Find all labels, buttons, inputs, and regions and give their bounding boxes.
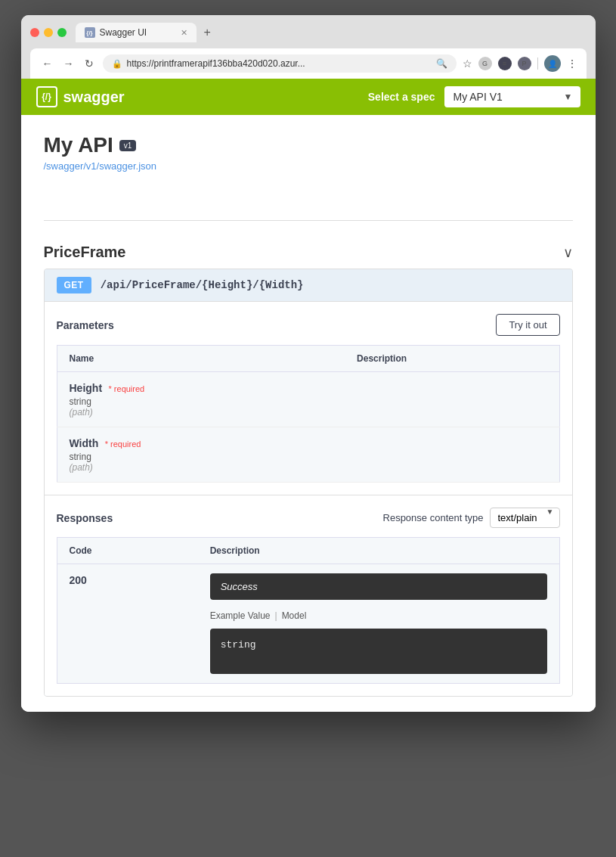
address-actions: ☆ G ≡ P 👤 ⋮ bbox=[463, 55, 577, 72]
divider bbox=[537, 57, 538, 70]
url-bar[interactable]: 🔒 https://printframerapif136bba420d020.a… bbox=[103, 54, 457, 73]
responses-section: Responses Response content type text/pla… bbox=[45, 495, 572, 696]
api-spec-link[interactable]: /swagger/v1/swagger.json bbox=[44, 160, 573, 172]
swagger-logo: {/} swagger bbox=[36, 86, 125, 107]
profile-button[interactable]: 👤 bbox=[544, 55, 561, 72]
response-description-block: Success bbox=[210, 573, 547, 600]
extension-icon-2[interactable]: ≡ bbox=[498, 57, 512, 70]
api-version-badge: v1 bbox=[119, 140, 137, 151]
browser-tabs: {/} Swagger UI ✕ + bbox=[76, 23, 587, 42]
priceframe-title: PriceFrame bbox=[44, 244, 126, 261]
spec-dropdown[interactable]: My API V1 bbox=[444, 86, 580, 107]
params-section: Parameters Try it out Name Description bbox=[45, 302, 572, 495]
new-tab-button[interactable]: + bbox=[198, 23, 217, 42]
try-it-out-button[interactable]: Try it out bbox=[496, 314, 559, 336]
param-width-type: string bbox=[70, 452, 333, 462]
forward-button[interactable]: → bbox=[60, 54, 77, 73]
traffic-lights bbox=[30, 28, 67, 37]
example-code-block: string bbox=[210, 629, 547, 674]
browser-window: {/} Swagger UI ✕ + ← → ↻ 🔒 https://print… bbox=[21, 15, 596, 712]
spacer bbox=[21, 190, 596, 220]
param-height-type: string bbox=[70, 396, 333, 407]
url-text: https://printframerapif136bba420d020.azu… bbox=[127, 58, 432, 69]
responses-table: Code Description 200 bbox=[57, 537, 560, 684]
browser-titlebar: {/} Swagger UI ✕ + ← → ↻ 🔒 https://print… bbox=[21, 15, 596, 79]
param-height-location: (path) bbox=[70, 407, 333, 418]
endpoint-path: /api/PriceFrame/{Height}/{Width} bbox=[101, 279, 304, 291]
endpoint-header[interactable]: GET /api/PriceFrame/{Height}/{Width} bbox=[45, 269, 572, 302]
tab-separator: | bbox=[275, 610, 277, 621]
method-badge: GET bbox=[57, 277, 91, 293]
refresh-button[interactable]: ↻ bbox=[82, 54, 97, 73]
tab-label: Swagger UI bbox=[100, 27, 147, 38]
lock-icon: 🔒 bbox=[112, 59, 122, 69]
response-code-200: 200 bbox=[70, 574, 87, 586]
collapse-icon[interactable]: ∨ bbox=[563, 244, 573, 261]
param-width-required: * required bbox=[105, 439, 141, 449]
maximize-window-button[interactable] bbox=[57, 28, 67, 37]
param-height-required: * required bbox=[109, 384, 145, 393]
menu-button[interactable]: ⋮ bbox=[567, 57, 577, 70]
api-info: My API v1 /swagger/v1/swagger.json bbox=[21, 115, 596, 190]
response-description-text: Success bbox=[221, 581, 258, 592]
example-value-text: string bbox=[221, 639, 256, 651]
nav-buttons: ← → ↻ bbox=[39, 54, 97, 73]
params-col-description: Description bbox=[345, 346, 559, 372]
model-tab[interactable]: Model bbox=[282, 609, 307, 623]
swagger-logo-text: swagger bbox=[63, 88, 125, 106]
params-header: Parameters Try it out bbox=[57, 314, 560, 336]
swagger-header: {/} swagger Select a spec My API V1 ▼ bbox=[21, 79, 596, 115]
params-col-name: Name bbox=[57, 346, 345, 372]
search-icon: 🔍 bbox=[436, 58, 447, 69]
api-title: My API v1 bbox=[44, 133, 573, 157]
param-width-location: (path) bbox=[70, 462, 333, 473]
example-value-tabs: Example Value | Model bbox=[210, 609, 547, 623]
active-tab[interactable]: {/} Swagger UI ✕ bbox=[76, 23, 197, 42]
spec-selector: Select a spec My API V1 ▼ bbox=[368, 86, 580, 107]
priceframe-header[interactable]: PriceFrame ∨ bbox=[44, 236, 573, 269]
example-value-tab[interactable]: Example Value bbox=[210, 609, 271, 623]
content-type-label: Response content type bbox=[383, 512, 484, 523]
param-height-name: Height bbox=[70, 382, 103, 394]
response-row-200: 200 Success Example Value | M bbox=[57, 564, 559, 684]
extension-icon-3[interactable]: P bbox=[518, 57, 531, 70]
browser-controls: {/} Swagger UI ✕ + bbox=[30, 23, 587, 42]
table-row: Height * required string (path) bbox=[57, 372, 559, 427]
params-title: Parameters bbox=[57, 319, 114, 331]
back-button[interactable]: ← bbox=[39, 54, 56, 73]
table-row: Width * required string (path) bbox=[57, 427, 559, 483]
content-type-select-wrapper: text/plain ▼ bbox=[490, 508, 560, 528]
bookmark-icon[interactable]: ☆ bbox=[463, 57, 472, 70]
swagger-logo-icon: {/} bbox=[36, 86, 57, 107]
content-type-wrapper: Response content type text/plain ▼ bbox=[383, 508, 560, 528]
description-col-header: Description bbox=[198, 538, 559, 564]
code-col-header: Code bbox=[57, 538, 198, 564]
minimize-window-button[interactable] bbox=[44, 28, 53, 37]
spec-dropdown-wrapper: My API V1 ▼ bbox=[444, 86, 580, 107]
page-content: {/} swagger Select a spec My API V1 ▼ My… bbox=[21, 79, 596, 712]
param-width-name: Width bbox=[70, 437, 99, 449]
tab-favicon: {/} bbox=[85, 27, 95, 38]
responses-title: Responses bbox=[57, 512, 113, 524]
close-window-button[interactable] bbox=[30, 28, 39, 37]
tab-close-button[interactable]: ✕ bbox=[181, 28, 187, 38]
extension-icon-1[interactable]: G bbox=[478, 57, 492, 70]
priceframe-section: PriceFrame ∨ GET /api/PriceFrame/{Height… bbox=[21, 221, 596, 712]
content-type-select[interactable]: text/plain bbox=[490, 508, 560, 528]
select-spec-label: Select a spec bbox=[368, 91, 435, 103]
responses-header: Responses Response content type text/pla… bbox=[57, 508, 560, 528]
params-table: Name Description Height * required strin… bbox=[57, 345, 560, 483]
endpoint-block: GET /api/PriceFrame/{Height}/{Width} Par… bbox=[44, 269, 573, 697]
browser-addressbar: ← → ↻ 🔒 https://printframerapif136bba420… bbox=[30, 48, 587, 79]
